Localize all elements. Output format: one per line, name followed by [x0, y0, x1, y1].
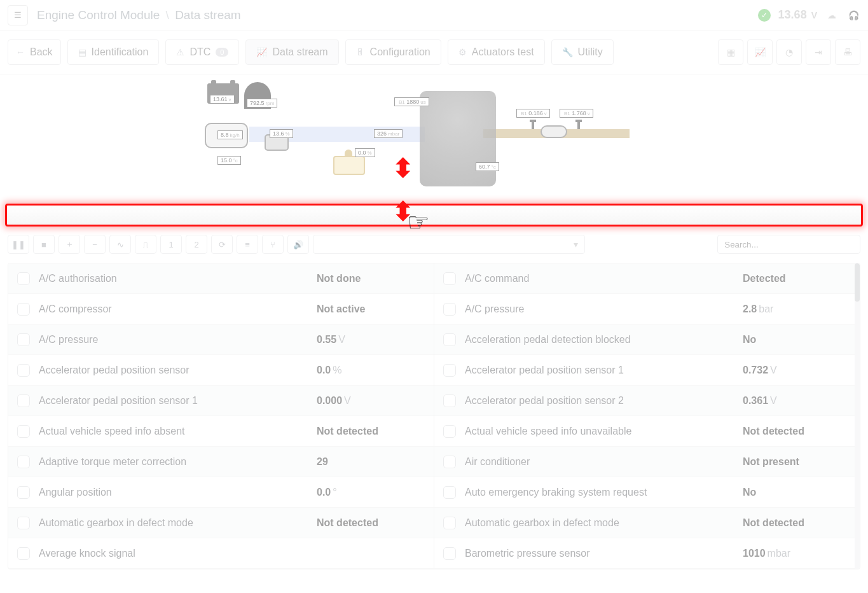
plus-icon: ＋	[65, 239, 74, 250]
scrollbar[interactable]	[855, 263, 860, 569]
tab-actuators[interactable]: ⚙Actuators test	[448, 39, 545, 65]
param-name: Accelerator pedal position sensor 2	[465, 395, 734, 407]
param-name: Barometric pressure sensor	[465, 548, 734, 559]
scrollbar-thumb[interactable]	[855, 263, 860, 302]
label-o2a: B1 0.186v	[516, 109, 550, 118]
wave-button[interactable]: ∿	[109, 235, 131, 254]
table-row: Auto emergency braking system requestNo	[434, 477, 860, 508]
tab-utility[interactable]: 🔧Utility	[551, 39, 614, 65]
label-iat: 15.0°c	[217, 156, 241, 165]
pause-button[interactable]: ❚❚	[8, 235, 29, 254]
tab-data-stream[interactable]: 📈Data stream	[245, 39, 338, 65]
arrow-left-icon: ←	[16, 47, 25, 57]
cloud-icon[interactable]: ☁	[825, 8, 839, 22]
breadcrumb-sep: \	[166, 8, 169, 22]
row-checkbox[interactable]	[443, 425, 456, 438]
freeze-icon: ⎍	[143, 240, 148, 249]
row-checkbox[interactable]	[17, 425, 30, 438]
label-ect: 60.7°c	[476, 162, 499, 171]
param-value: Not detected	[317, 517, 425, 529]
row-checkbox[interactable]	[17, 272, 30, 285]
data-toolbar: ❚❚ ■ ＋ − ∿ ⎍ 1 2 ⟳ ≡ ⑂ 🔊 ▾	[0, 231, 868, 258]
add-button[interactable]: ＋	[59, 235, 80, 254]
param-value: 0.732V	[743, 365, 851, 376]
row-checkbox[interactable]	[443, 486, 456, 499]
tabs-bar: ←Back ▤Identification ⚠DTC0 📈Data stream…	[0, 31, 868, 74]
status-ok-icon: ✓	[758, 9, 771, 22]
search-input[interactable]	[717, 235, 860, 254]
group-select[interactable]: ▾	[313, 235, 585, 254]
label-map: 326mbar	[374, 129, 403, 138]
row-checkbox[interactable]	[443, 272, 456, 285]
param-value: No	[743, 334, 851, 345]
data-grid: A/C authorisationNot doneA/C compressorN…	[8, 263, 860, 569]
tab-dtc[interactable]: ⚠DTC0	[165, 39, 239, 65]
tab-configuration[interactable]: 🎚Configuration	[345, 39, 441, 65]
param-value: Not active	[317, 303, 425, 315]
table-row: Adaptive torque meter correction29	[8, 447, 434, 477]
table-row: Automatic gearbox in defect modeNot dete…	[434, 508, 860, 538]
table-row: Accelerator pedal position sensor 10.732…	[434, 355, 860, 386]
param-value: Not present	[743, 456, 851, 468]
row-checkbox[interactable]	[443, 547, 456, 560]
view-grid-button[interactable]: ▦	[718, 39, 743, 65]
filter-icon: ⑂	[270, 240, 275, 249]
label-battery: 13.61v	[210, 95, 235, 104]
wave-icon: ∿	[117, 240, 124, 249]
row-checkbox[interactable]	[443, 456, 456, 468]
row-checkbox[interactable]	[17, 547, 30, 560]
support-icon[interactable]: 🎧	[846, 8, 860, 22]
row-checkbox[interactable]	[17, 486, 30, 499]
row-checkbox[interactable]	[17, 364, 30, 377]
param-value: 0.0°	[317, 487, 425, 498]
freeze-frame-button[interactable]: ⎍	[135, 235, 156, 254]
row-checkbox[interactable]	[17, 517, 30, 529]
param-value: Not done	[317, 273, 425, 284]
table-row: Actual vehicle speed info absentNot dete…	[8, 416, 434, 447]
filter-button[interactable]: ⑂	[262, 235, 284, 254]
list-button[interactable]: ≡	[237, 235, 258, 254]
engine-diagram: 13.61v 792.5rpm 8.8kg/h 15.0°c 13.6% 326…	[0, 74, 868, 194]
stop-button[interactable]: ■	[33, 235, 55, 254]
tab-identification[interactable]: ▤Identification	[67, 39, 160, 65]
param-value: No	[743, 487, 851, 498]
param-value: Not detected	[317, 426, 425, 437]
table-row: Average knock signal	[8, 538, 434, 569]
table-row: Actual vehicle speed info unavailableNot…	[434, 416, 860, 447]
row-checkbox[interactable]	[443, 394, 456, 407]
reset-button[interactable]: ⟳	[211, 235, 233, 254]
table-row: Angular position0.0°	[8, 477, 434, 508]
param-name: A/C authorisation	[39, 273, 308, 284]
row-checkbox[interactable]	[443, 333, 456, 346]
columns-2-button[interactable]: 2	[186, 235, 207, 254]
coolant-icon	[333, 156, 365, 175]
sound-icon: 🔊	[293, 240, 303, 249]
row-checkbox[interactable]	[17, 456, 30, 468]
print-button[interactable]: 🖶	[835, 39, 860, 65]
label-throttle: 13.6%	[270, 129, 293, 138]
view-chart-button[interactable]: 📈	[747, 39, 773, 65]
row-checkbox[interactable]	[443, 303, 456, 316]
grid-icon: ▦	[727, 47, 735, 57]
remove-button[interactable]: −	[84, 235, 106, 254]
columns-1-button[interactable]: 1	[160, 235, 182, 254]
row-checkbox[interactable]	[443, 517, 456, 529]
engine-block-icon	[420, 91, 496, 186]
row-checkbox[interactable]	[17, 303, 30, 316]
param-name: Accelerator pedal position sensor	[39, 365, 308, 376]
menu-button[interactable]: ☰	[8, 5, 28, 25]
param-value: 0.000V	[317, 395, 425, 407]
pane-splitter[interactable]	[5, 204, 863, 227]
row-checkbox[interactable]	[17, 394, 30, 407]
row-checkbox[interactable]	[17, 333, 30, 346]
battery-voltage: 13.68 V	[778, 8, 817, 22]
param-name: Average knock signal	[39, 548, 308, 559]
table-row: A/C pressure2.8bar	[434, 294, 860, 324]
id-icon: ▤	[78, 47, 86, 57]
sound-button[interactable]: 🔊	[287, 235, 309, 254]
back-button[interactable]: ←Back	[8, 39, 61, 65]
line-chart-icon: 📈	[755, 47, 766, 57]
view-gauge-button[interactable]: ◔	[776, 39, 802, 65]
row-checkbox[interactable]	[443, 364, 456, 377]
export-button[interactable]: ⇥	[806, 39, 831, 65]
